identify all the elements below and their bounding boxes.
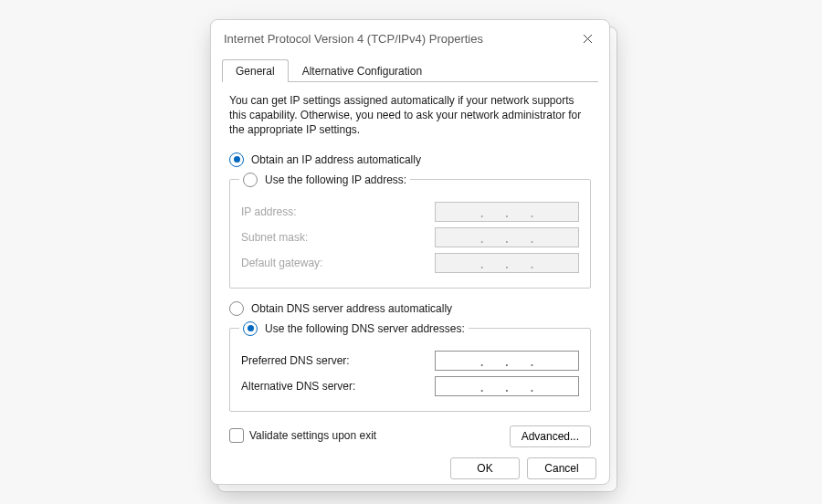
ok-button-label: OK <box>477 462 492 475</box>
input-subnet-mask: ... <box>435 227 579 247</box>
radio-icon <box>243 321 258 336</box>
radio-icon <box>229 301 244 316</box>
cancel-button-label: Cancel <box>544 462 578 475</box>
ipv4-properties-dialog: Internet Protocol Version 4 (TCP/IPv4) P… <box>210 19 610 485</box>
label-subnet-mask: Subnet mask: <box>241 231 308 244</box>
ip-manual-legend: Use the following IP address: <box>239 173 410 187</box>
label-ip-address: IP address: <box>241 205 296 218</box>
bottom-row: Validate settings upon exit Advanced... <box>229 425 591 448</box>
label-preferred-dns: Preferred DNS server: <box>241 354 350 367</box>
label-alternate-dns: Alternative DNS server: <box>241 380 355 393</box>
input-default-gateway: ... <box>435 253 579 273</box>
input-preferred-dns[interactable]: ... <box>435 351 579 371</box>
checkbox-validate-label: Validate settings upon exit <box>249 429 376 442</box>
radio-ip-auto[interactable]: Obtain an IP address automatically <box>229 152 591 167</box>
radio-dns-auto-label: Obtain DNS server address automatically <box>251 302 452 315</box>
advanced-button-label: Advanced... <box>522 430 579 443</box>
dialog-body: You can get IP settings assigned automat… <box>211 82 609 448</box>
tab-alt-label: Alternative Configuration <box>302 65 422 78</box>
row-default-gateway: Default gateway: ... <box>241 253 579 273</box>
dns-manual-legend: Use the following DNS server addresses: <box>239 321 469 336</box>
tab-general-label: General <box>236 65 275 78</box>
ip-manual-group: Use the following IP address: IP address… <box>229 173 591 289</box>
row-alternate-dns: Alternative DNS server: ... <box>241 376 579 396</box>
row-preferred-dns: Preferred DNS server: ... <box>241 351 579 371</box>
radio-icon <box>243 173 258 187</box>
radio-icon <box>229 152 244 167</box>
titlebar: Internet Protocol Version 4 (TCP/IPv4) P… <box>211 20 609 55</box>
dns-manual-group: Use the following DNS server addresses: … <box>229 321 591 412</box>
checkbox-validate[interactable]: Validate settings upon exit <box>229 428 376 443</box>
close-icon[interactable] <box>576 27 598 49</box>
label-default-gateway: Default gateway: <box>241 257 322 269</box>
tabstrip: General Alternative Configuration <box>222 58 598 82</box>
radio-ip-manual-label: Use the following IP address: <box>265 173 406 186</box>
input-ip-address: ... <box>435 202 579 222</box>
input-alternate-dns[interactable]: ... <box>435 376 579 396</box>
tab-alternative-configuration[interactable]: Alternative Configuration <box>289 59 436 82</box>
radio-dns-manual[interactable]: Use the following DNS server addresses: <box>243 321 465 336</box>
cancel-button[interactable]: Cancel <box>527 457 596 479</box>
row-ip-address: IP address: ... <box>241 202 579 222</box>
dialog-title: Internet Protocol Version 4 (TCP/IPv4) P… <box>224 32 483 46</box>
row-subnet-mask: Subnet mask: ... <box>241 227 579 247</box>
radio-dns-auto[interactable]: Obtain DNS server address automatically <box>229 301 591 316</box>
ok-button[interactable]: OK <box>450 457 520 479</box>
tab-general[interactable]: General <box>222 59 289 82</box>
advanced-button[interactable]: Advanced... <box>510 425 591 447</box>
radio-dns-manual-label: Use the following DNS server addresses: <box>265 322 465 335</box>
radio-ip-auto-label: Obtain an IP address automatically <box>251 153 421 166</box>
dialog-footer: OK Cancel <box>211 448 609 490</box>
radio-ip-manual[interactable]: Use the following IP address: <box>243 173 406 187</box>
description-text: You can get IP settings assigned automat… <box>229 93 591 138</box>
checkbox-icon <box>229 428 244 443</box>
